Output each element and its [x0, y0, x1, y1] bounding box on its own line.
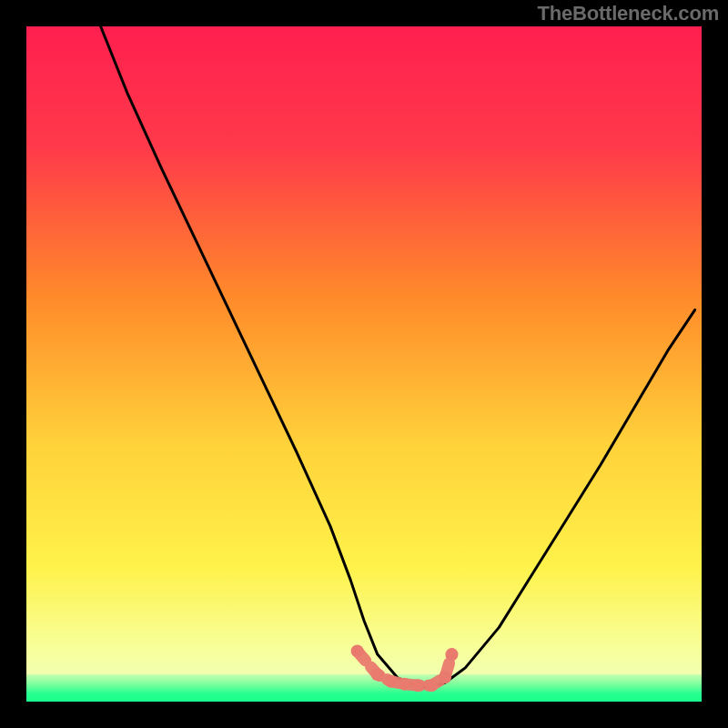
bottom-marker: [411, 679, 424, 692]
bottom-marker: [425, 679, 438, 692]
bottom-marker: [351, 644, 364, 657]
watermark-text: TheBottleneck.com: [537, 2, 719, 25]
bottom-marker: [399, 678, 411, 691]
chart-frame: TheBottleneck.com: [0, 0, 728, 728]
bottom-band: [26, 674, 702, 702]
bottom-marker: [371, 668, 384, 681]
bottom-marker: [446, 648, 459, 661]
bottom-marker: [439, 671, 451, 683]
gradient-background: [26, 26, 702, 702]
bottleneck-chart: [26, 26, 702, 702]
bottom-marker: [385, 675, 398, 688]
